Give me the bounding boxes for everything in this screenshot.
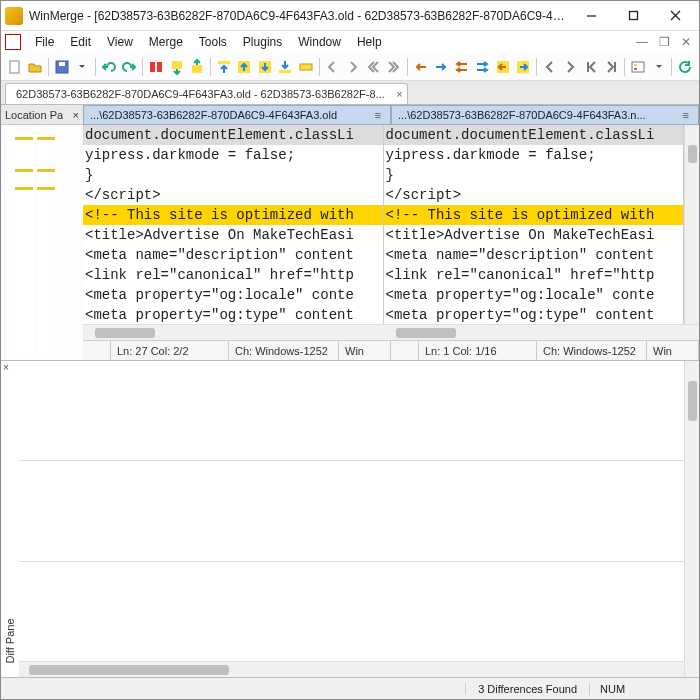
undo-icon[interactable] [99, 56, 119, 78]
close-button[interactable] [655, 3, 695, 29]
svg-rect-7 [150, 62, 155, 72]
copy-right-icon[interactable] [431, 56, 451, 78]
refresh-icon[interactable] [675, 56, 695, 78]
code-line: <link rel="canonical" href="http [83, 265, 383, 285]
code-line: </script​> [384, 185, 684, 205]
menu-view[interactable]: View [99, 33, 141, 51]
diff-pane: × Diff Pane [1, 360, 699, 677]
code-line: } [384, 165, 684, 185]
first-diff-icon[interactable] [214, 56, 234, 78]
code-line: <meta property="og:locale" conte [83, 285, 383, 305]
open-icon[interactable] [26, 56, 46, 78]
merge-next-icon[interactable] [561, 56, 581, 78]
svg-rect-6 [59, 62, 65, 66]
toolbar-separator [95, 58, 96, 76]
pane-status-bar: Ln: 27 Col: 2/2 Ch: Windows-1252 Win Ln:… [83, 340, 699, 360]
code-line: } [83, 165, 383, 185]
pane-left-header: ...\62D38573-63B6282F-870DA6C9-4F643FA3.… [83, 105, 391, 125]
menu-plugins[interactable]: Plugins [235, 33, 290, 51]
title-bar: WinMerge - [62D38573-63B6282F-870DA6C9-4… [1, 1, 699, 31]
svg-rect-20 [632, 62, 644, 72]
vertical-scrollbar[interactable] [684, 125, 699, 324]
location-body[interactable] [1, 125, 83, 360]
copy-right-all-icon[interactable] [472, 56, 492, 78]
horizontal-scrollbar-right[interactable] [384, 324, 685, 340]
svg-rect-1 [629, 12, 637, 20]
toolbar [1, 53, 699, 81]
status-diffs: 3 Differences Found [465, 683, 589, 695]
menu-edit[interactable]: Edit [62, 33, 99, 51]
status-left-lncol: Ln: 27 Col: 2/2 [111, 341, 229, 360]
copy-left-icon[interactable] [411, 56, 431, 78]
document-tab[interactable]: 62D38573-63B6282F-870DA6C9-4F643FA3.old … [5, 83, 408, 104]
pane-eq-icon[interactable]: ≡ [372, 109, 384, 121]
diff-row[interactable] [19, 361, 684, 461]
svg-rect-21 [634, 64, 637, 66]
last-diff-icon[interactable] [276, 56, 296, 78]
nav-prev-icon[interactable] [323, 56, 343, 78]
code-pane-right[interactable]: document.documentElement.classLiyipress.… [384, 125, 685, 324]
merge-prev2-icon[interactable] [581, 56, 601, 78]
menu-file[interactable]: File [27, 33, 62, 51]
goto-diff-icon[interactable] [296, 56, 316, 78]
merge-prev-icon[interactable] [540, 56, 560, 78]
code-line: yipress.darkmode = false; [384, 145, 684, 165]
location-close-icon[interactable]: × [73, 109, 79, 121]
compare-icon[interactable] [146, 56, 166, 78]
diff-vertical-scrollbar[interactable] [684, 361, 699, 677]
diff-down-icon[interactable] [167, 56, 187, 78]
toolbar-separator [671, 58, 672, 76]
tab-close-icon[interactable]: × [396, 88, 402, 100]
menu-help[interactable]: Help [349, 33, 390, 51]
mdi-close-button[interactable]: ✕ [677, 34, 695, 50]
diff-row[interactable] [19, 461, 684, 561]
document-icon [5, 34, 21, 50]
all-right-icon[interactable] [514, 56, 534, 78]
code-line: document.documentElement.classLi [384, 125, 684, 145]
nav-prev2-icon[interactable] [364, 56, 384, 78]
code-line: document.documentElement.classLi [83, 125, 383, 145]
menu-tools[interactable]: Tools [191, 33, 235, 51]
location-pane-header: Location Pa × [1, 105, 83, 125]
prev-diff-icon[interactable] [234, 56, 254, 78]
app-icon [5, 7, 23, 25]
status-right-lncol: Ln: 1 Col: 1/16 [419, 341, 537, 360]
mdi-restore-button[interactable]: ❐ [655, 34, 673, 50]
redo-icon[interactable] [120, 56, 140, 78]
diff-row[interactable] [19, 562, 684, 661]
pane-right-header: ...\62D38573-63B6282F-870DA6C9-4F643FA3.… [391, 105, 699, 125]
location-pane: Location Pa × [1, 105, 83, 360]
next-diff-icon[interactable] [255, 56, 275, 78]
work-area: Location Pa × ...\62D38573-63B6282F-870D… [1, 105, 699, 677]
toolbar-separator [624, 58, 625, 76]
nav-next-icon[interactable] [343, 56, 363, 78]
diff-up-icon[interactable] [187, 56, 207, 78]
code-line: <title>Advertise On MakeTechEasi [384, 225, 684, 245]
menu-window[interactable]: Window [290, 33, 349, 51]
maximize-button[interactable] [613, 3, 653, 29]
toolbar-separator [319, 58, 320, 76]
diff-horizontal-scrollbar[interactable] [19, 661, 684, 677]
save-icon[interactable] [52, 56, 72, 78]
toolbar-separator [210, 58, 211, 76]
mdi-minimize-button[interactable]: — [633, 34, 651, 50]
minimize-button[interactable] [571, 3, 611, 29]
svg-rect-11 [218, 61, 230, 64]
copy-left-all-icon[interactable] [452, 56, 472, 78]
code-pane-left[interactable]: document.documentElement.classLiyipress.… [83, 125, 384, 324]
menu-merge[interactable]: Merge [141, 33, 191, 51]
new-icon[interactable] [5, 56, 25, 78]
code-line: <meta name="description" content [83, 245, 383, 265]
options-dropdown-icon[interactable] [649, 56, 669, 78]
pane-eq-icon[interactable]: ≡ [680, 109, 692, 121]
document-tab-bar: 62D38573-63B6282F-870DA6C9-4F643FA3.old … [1, 81, 699, 105]
options-icon[interactable] [628, 56, 648, 78]
save-dropdown-icon[interactable] [73, 56, 93, 78]
diff-pane-label: Diff Pane [1, 361, 19, 677]
code-line: <!-- This site is optimized with [83, 205, 383, 225]
all-left-icon[interactable] [493, 56, 513, 78]
merge-next2-icon[interactable] [602, 56, 622, 78]
nav-next2-icon[interactable] [384, 56, 404, 78]
svg-rect-9 [172, 61, 182, 69]
horizontal-scrollbar-left[interactable] [83, 324, 384, 340]
